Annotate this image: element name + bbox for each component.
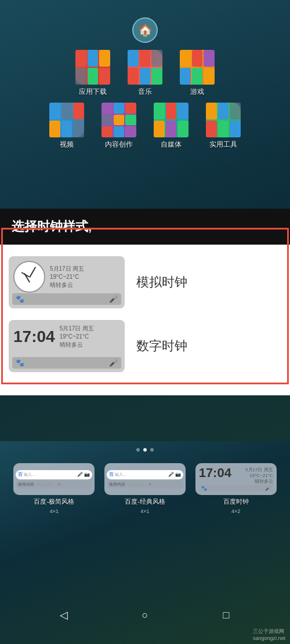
app-item-media[interactable]: 自媒体 — [154, 103, 188, 150]
app-icon-music — [128, 50, 162, 85]
app-label-download: 应用下载 — [79, 87, 107, 97]
widget-clock-time: 17:04 — [199, 467, 231, 479]
mic-icon: 🎤 — [109, 295, 118, 303]
analog-clock-face — [13, 261, 45, 293]
recent-button[interactable]: □ — [215, 603, 238, 627]
widget-label-clock: 百度时钟 — [223, 497, 249, 506]
app-item-game[interactable]: 游戏 — [180, 50, 215, 97]
baidu-simple-search-bar: 百 输入... 🎤 📷 — [16, 470, 92, 479]
widget-item-clock[interactable]: 17:04 5月17日 周五 19°C~21°C 晴转多云 🐾 🎤 百度时钟 4… — [195, 463, 277, 514]
app-item-music[interactable]: 音乐 — [128, 50, 162, 97]
app-icon-video — [49, 103, 84, 137]
paw-icon-2: 🐾 — [16, 359, 24, 367]
analog-clock-info: 5月17日 周五 19°C~21°C 晴转多云 — [50, 265, 120, 289]
digital-clock-date1: 5月17日 周五 — [60, 325, 120, 333]
app-item-tools[interactable]: 实用工具 — [206, 103, 241, 150]
digital-clock-preview: 17:04 5月17日 周五 19°C~21°C 晴转多云 🐾 🎤 — [9, 320, 125, 372]
app-item-create[interactable]: 内容创作 — [102, 103, 136, 150]
analog-clock-date2: 19°C~21°C — [50, 273, 120, 281]
clock-minute-hand — [29, 267, 35, 277]
app-item-video[interactable]: 视频 — [49, 103, 84, 150]
dot-1 — [136, 448, 140, 452]
digital-clock-option[interactable]: 17:04 5月17日 周五 19°C~21°C 晴转多云 🐾 🎤 数字时钟 — [9, 320, 281, 372]
mic-icon-2: 🎤 — [109, 359, 118, 367]
app-row-2: 视频 内容创作 — [12, 103, 278, 150]
paw-icon: 🐾 — [16, 295, 24, 303]
baidu-classic-bottom-bar: 推荐内容 请在这里... ✕ — [107, 481, 183, 489]
digital-clock-date3: 晴转多云 — [60, 341, 120, 349]
app-grid-section: 🏠 应用下载 — [0, 12, 290, 161]
app-label-tools: 实用工具 — [209, 140, 237, 150]
dialog-content: 5月17日 周五 19°C~21°C 晴转多云 🐾 🎤 模拟时钟 17:04 — [0, 245, 290, 395]
digital-clock-label: 数字时钟 — [136, 337, 187, 355]
app-icon-tools — [206, 103, 241, 137]
analog-clock-label: 模拟时钟 — [136, 274, 187, 291]
app-label-media: 自媒体 — [161, 140, 182, 150]
widget-clock-date1: 5月17日 周五 — [245, 467, 273, 473]
digital-clock-time: 17:04 — [13, 328, 55, 346]
analog-clock-date3: 晴转多云 — [50, 281, 120, 289]
widget-clock-date2: 19°C~21°C — [245, 473, 273, 478]
app-row-1: 应用下载 音乐 — [12, 50, 278, 97]
app-icon-media — [154, 103, 188, 137]
widget-row: 百 输入... 🎤 📷 推荐内容 请在这里... ✕ 百度-极简风格 4×1 百 — [0, 459, 290, 519]
analog-clock-preview: 5月17日 周五 19°C~21°C 晴转多云 🐾 🎤 — [9, 256, 125, 308]
widget-area: 百 输入... 🎤 📷 推荐内容 请在这里... ✕ 百度-极简风格 4×1 百 — [0, 441, 290, 644]
dialog-title: 选择时钟样式, — [0, 209, 290, 245]
analog-clock-date1: 5月17日 周五 — [50, 265, 120, 273]
widget-sublabel-baidu-classic: 4×1 — [140, 508, 149, 514]
widget-label-baidu-classic: 百度-经典风格 — [125, 497, 165, 506]
analog-preview-bottom-bar: 🐾 🎤 — [12, 293, 121, 305]
home-folder-icon[interactable]: 🏠 — [12, 17, 278, 43]
app-label-music: 音乐 — [138, 87, 152, 97]
widget-sublabel-clock: 4×2 — [231, 508, 240, 514]
digital-clock-info: 5月17日 周五 19°C~21°C 晴转多云 — [60, 325, 120, 349]
clock-style-dialog: 选择时钟样式, 5月17日 周五 19°C~21°C 晴转多云 🐾 — [0, 209, 290, 395]
app-icon-game — [180, 50, 215, 85]
widget-label-baidu-simple: 百度-极简风格 — [34, 497, 74, 506]
widget-baidu-classic-box: 百 输入... 🎤 📷 推荐内容 请在这里... ✕ — [104, 463, 186, 495]
widget-clock-box: 17:04 5月17日 周五 19°C~21°C 晴转多云 🐾 🎤 — [195, 463, 277, 495]
widget-baidu-simple-box: 百 输入... 🎤 📷 推荐内容 请在这里... ✕ — [13, 463, 95, 495]
home-folder[interactable]: 🏠 — [132, 17, 158, 43]
widget-clock-search-bar: 🐾 🎤 — [199, 485, 273, 492]
digital-clock-date2: 19°C~21°C — [60, 333, 120, 341]
bottom-nav: ◁ ○ □ — [0, 598, 290, 632]
app-label-video: 视频 — [60, 140, 74, 150]
app-label-create: 内容创作 — [105, 140, 133, 150]
widget-item-baidu-simple[interactable]: 百 输入... 🎤 📷 推荐内容 请在这里... ✕ 百度-极简风格 4×1 — [13, 463, 95, 514]
digital-preview-bottom-bar: 🐾 🎤 — [12, 357, 121, 369]
dot-3 — [150, 448, 154, 452]
home-button[interactable]: ○ — [133, 603, 157, 627]
app-icon-create — [102, 103, 136, 137]
widget-item-baidu-classic[interactable]: 百 输入... 🎤 📷 推荐内容 请在这里... ✕ 百度-经典风格 4×1 — [104, 463, 186, 514]
app-icon-download — [75, 50, 110, 85]
analog-clock-option[interactable]: 5月17日 周五 19°C~21°C 晴转多云 🐾 🎤 模拟时钟 — [9, 256, 281, 308]
app-item-download[interactable]: 应用下载 — [75, 50, 110, 97]
dot-2 — [143, 448, 147, 452]
baidu-classic-search-bar: 百 输入... 🎤 📷 — [107, 470, 183, 479]
back-button[interactable]: ◁ — [52, 603, 75, 627]
widget-clock-date3: 晴转多云 — [245, 478, 273, 485]
baidu-simple-bottom-bar: 推荐内容 请在这里... ✕ — [16, 481, 92, 489]
clock-hour-hand — [21, 272, 30, 278]
watermark: 三公子游戏网sangongzi.net — [253, 628, 285, 641]
widget-sublabel-baidu-simple: 4×1 — [50, 508, 59, 514]
app-label-game: 游戏 — [190, 87, 204, 97]
dot-indicators — [0, 441, 290, 459]
